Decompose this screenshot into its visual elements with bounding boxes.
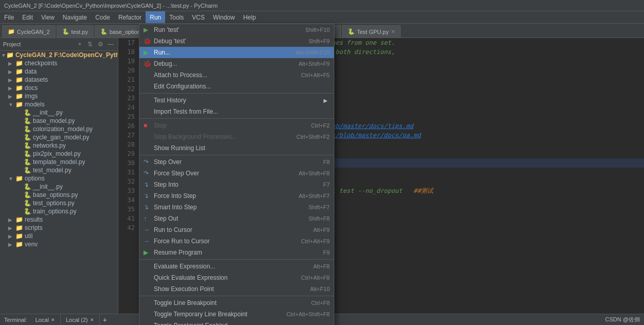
menu-item-toggle-temp-bp[interactable]: Toggle Temporary Line Breakpoint Ctrl+Al… — [139, 309, 334, 320]
tree-pix2pix[interactable]: ▶ 🐍 pix2pix_model.py — [0, 150, 118, 158]
menu-help[interactable]: Help — [239, 11, 260, 23]
menu-item-attach[interactable]: Attach to Process... Ctrl+Alt+F5 — [139, 69, 334, 81]
menu-item-stop-bg: Stop Background Processes... Ctrl+Shift+… — [139, 131, 334, 142]
menu-item-edit-config[interactable]: Edit Configurations... — [139, 81, 334, 92]
tree-options-init[interactable]: ▶ 🐍 __init__.py — [0, 183, 118, 191]
tab-cycleGAN2[interactable]: 📁 CycleGAN_2 — [2, 25, 56, 38]
venv-toggle: ▶ — [8, 242, 15, 247]
tree-docs[interactable]: ▶ 📁 docs — [0, 84, 118, 92]
tree-test-options[interactable]: ▶ 🐍 test_options.py — [0, 199, 118, 207]
menu-bar: File Edit View Navigate Code Refactor Ru… — [0, 11, 644, 24]
menu-item-debug-test[interactable]: 🐞 Debug 'test' Shift+F9 — [139, 35, 334, 47]
local-tab-label: Local — [35, 317, 49, 323]
menu-view[interactable]: View — [37, 11, 59, 23]
base-options-icon: 🐍 — [24, 191, 31, 198]
sidebar-add-btn[interactable]: + — [76, 40, 84, 48]
local2-tab-close[interactable]: ✕ — [90, 317, 94, 322]
sidebar-close-btn[interactable]: — — [106, 40, 115, 48]
menu-item-resume[interactable]: ▶ Resume Program F9 — [139, 247, 334, 258]
menu-tools[interactable]: Tools — [165, 11, 188, 23]
train-options-label: train_options.py — [33, 208, 77, 215]
force-run-cursor-icon: → — [144, 238, 154, 245]
menu-window[interactable]: Window — [209, 11, 239, 23]
base-model-icon: 🐍 — [24, 117, 31, 124]
tree-root[interactable]: ▼ 📁 CycleGAN_2 F:\Code\OpenCv_Python\... — [0, 51, 118, 59]
tree-base-options[interactable]: ▶ 🐍 base_options.py — [0, 191, 118, 199]
sidebar-expand-btn[interactable]: ⇅ — [86, 40, 94, 48]
tree-train-options[interactable]: ▶ 🐍 train_options.py — [0, 207, 118, 215]
menu-item-force-step-over[interactable]: ↷ Force Step Over Alt+Shift+F8 — [139, 168, 334, 179]
tree-networks[interactable]: ▶ 🐍 networks.py — [0, 141, 118, 150]
init-py-label: __init__.py — [33, 109, 63, 116]
status-right-text: CSDN @佐倒 — [605, 316, 640, 323]
tab-test-gpu[interactable]: 🐍 Test GPU.py ✕ — [342, 25, 401, 38]
tree-checkpoints[interactable]: ▶ 📁 checkpoints — [0, 59, 118, 67]
tree-results[interactable]: ▶ 📁 results — [0, 215, 118, 224]
close-test-gpu[interactable]: ✕ — [391, 29, 395, 34]
tree-models[interactable]: ▼ 📁 models — [0, 100, 118, 109]
tree-imgs[interactable]: ▶ 📁 imgs — [0, 92, 118, 100]
tab-test-py-left[interactable]: 🐍 test.py — [57, 25, 94, 38]
menu-item-force-step-into[interactable]: ↴ Force Into Step Alt+Shift+F7 — [139, 190, 334, 202]
menu-navigate[interactable]: Navigate — [59, 11, 91, 23]
menu-item-toggle-bp-enabled[interactable]: Toggle Breakpoint Enabled — [139, 320, 334, 325]
menu-item-run-test[interactable]: ▶ Run 'test' Shift+F10 — [139, 24, 334, 35]
eval-expr-label: Evaluate Expression... — [154, 263, 303, 270]
util-folder-icon: 📁 — [15, 232, 23, 240]
title-text: CycleGAN_2 [F:\Code\OpenCv_Python\Improv… — [4, 3, 218, 9]
menu-refactor[interactable]: Refactor — [114, 11, 146, 23]
menu-item-eval-expr[interactable]: Evaluate Expression... Alt+F8 — [139, 261, 334, 272]
tree-util[interactable]: ▶ 📁 util — [0, 232, 118, 240]
colorization-label: colorization_model.py — [33, 125, 93, 133]
menu-item-smart-step-into[interactable]: ↴ Smart Into Step Shift+F7 — [139, 202, 334, 213]
tree-colorization[interactable]: ▶ 🐍 colorization_model.py — [0, 125, 118, 133]
imgs-label: imgs — [25, 93, 38, 100]
menu-file[interactable]: File — [0, 11, 18, 23]
tree-cycle-gan-model[interactable]: ▶ 🐍 cycle_gan_model.py — [0, 133, 118, 141]
menu-edit[interactable]: Edit — [18, 11, 37, 23]
status-tab-local2[interactable]: Local (2) ✕ — [61, 314, 100, 326]
menu-item-toggle-bp[interactable]: Toggle Line Breakpoint Ctrl+F8 — [139, 297, 334, 309]
test-history-label: Test History — [154, 97, 324, 104]
local-tab-close[interactable]: ✕ — [51, 317, 55, 322]
menu-item-import-tests[interactable]: Import Tests from File... — [139, 106, 334, 117]
tree-venv[interactable]: ▶ 📁 venv — [0, 240, 118, 248]
stop-label: Stop — [154, 122, 301, 129]
status-tab-local[interactable]: Local ✕ — [30, 314, 61, 326]
imgs-folder-icon: 📁 — [15, 93, 23, 100]
menu-vcs[interactable]: VCS — [188, 11, 209, 23]
menu-item-show-exec[interactable]: Show Execution Point Alt+F10 — [139, 283, 334, 295]
menu-item-debug[interactable]: 🐞 Debug... Alt+Shift+F9 — [139, 58, 334, 69]
tree-template-model[interactable]: ▶ 🐍 template_model.py — [0, 158, 118, 166]
menu-item-step-out[interactable]: ↑ Step Out Shift+F8 — [139, 213, 334, 224]
menu-run[interactable]: Run — [146, 11, 165, 23]
tree-test-model[interactable]: ▶ 🐍 test_model.py — [0, 166, 118, 174]
folder-icon: 📁 — [8, 28, 15, 35]
menu-code[interactable]: Code — [91, 11, 114, 23]
status-tab-add[interactable]: + — [100, 316, 110, 324]
menu-item-step-into[interactable]: ↴ Step Into F7 — [139, 179, 334, 190]
tree-datasets[interactable]: ▶ 📁 datasets — [0, 76, 118, 84]
python-icon-6: 🐍 — [348, 28, 355, 35]
menu-item-run[interactable]: ▶ Run... Alt+Shift+F10 — [139, 47, 334, 58]
tree-base-model[interactable]: ▶ 🐍 base_model.py — [0, 117, 118, 125]
menu-item-show-running[interactable]: Show Running List — [139, 142, 334, 154]
menu-item-quick-eval[interactable]: Quick Evaluate Expression Ctrl+Alt+F8 — [139, 272, 334, 283]
step-out-icon: ↑ — [144, 215, 154, 222]
tree-init-py[interactable]: ▶ 🐍 __init__.py — [0, 109, 118, 117]
attach-label: Attach to Process... — [154, 71, 291, 79]
edit-config-label: Edit Configurations... — [154, 83, 330, 90]
tree-scripts[interactable]: ▶ 📁 scripts — [0, 224, 118, 232]
step-into-icon: ↴ — [144, 181, 154, 188]
separator-5 — [139, 296, 334, 296]
menu-item-test-history[interactable]: Test History ▶ — [139, 95, 334, 106]
pix2pix-icon: 🐍 — [24, 150, 31, 157]
tree-options[interactable]: ▼ 📁 options — [0, 174, 118, 183]
step-out-label: Step Out — [154, 215, 298, 222]
sidebar-settings-btn[interactable]: ⚙ — [96, 40, 104, 48]
menu-item-run-to-cursor[interactable]: → Run to Cursor Alt+F9 — [139, 224, 334, 236]
models-label: models — [25, 101, 45, 108]
menu-item-step-over[interactable]: ↷ Step Over F8 — [139, 156, 334, 168]
menu-item-force-run-cursor[interactable]: → Force Run to Cursor Ctrl+Alt+F9 — [139, 236, 334, 247]
tree-data[interactable]: ▶ 📁 data — [0, 67, 118, 76]
